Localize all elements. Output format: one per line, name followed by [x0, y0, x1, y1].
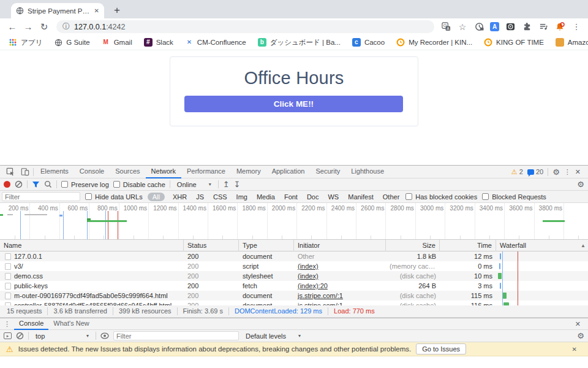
tab-network[interactable]: Network	[146, 166, 181, 178]
bookmark-clock-8[interactable]: KING OF TIME	[484, 38, 544, 47]
extensions-puzzle-icon[interactable]	[521, 21, 532, 33]
cell-initiator[interactable]: (index)	[294, 271, 386, 281]
network-request-row[interactable]: v3/200script(index)(memory cache)0 ms	[0, 261, 588, 271]
network-request-row[interactable]: controller-58876f4d9df5c48565f98d66c945c…	[0, 301, 588, 305]
bookmark-clock-7[interactable]: My Recorder | KIN...	[396, 38, 472, 47]
bookmark-gmail-2[interactable]: MGmail	[102, 38, 132, 47]
hide-data-urls-checkbox[interactable]: Hide data URLs	[85, 193, 143, 201]
click-me-button[interactable]: Click ME!!	[184, 96, 403, 112]
ext-playlist-icon[interactable]	[538, 21, 549, 33]
filter-chip-font[interactable]: Font	[283, 193, 299, 201]
drawer-menu-icon[interactable]: ⋮	[2, 320, 12, 328]
devtools-menu-icon[interactable]: ⋮	[564, 168, 571, 176]
cell-initiator[interactable]: js.stripe.com/:1	[294, 301, 386, 305]
network-request-row[interactable]: 127.0.0.1200documentOther1.8 kB12 ms	[0, 251, 588, 261]
ext-alert-icon[interactable]	[554, 21, 565, 33]
export-har-icon[interactable]: ↧	[234, 180, 241, 189]
drawer-close-icon[interactable]: ✕	[575, 320, 586, 328]
network-filter-input[interactable]	[2, 192, 80, 201]
cell-initiator[interactable]: js.stripe.com/:1	[294, 291, 386, 301]
translate-icon[interactable]: GA	[440, 21, 451, 33]
network-request-row[interactable]: public-keys200fetch(index):20264 B3 ms	[0, 281, 588, 291]
tab-close-icon[interactable]: ✕	[94, 7, 99, 14]
disable-cache-checkbox[interactable]: Disable cache	[113, 181, 165, 188]
filter-chip-all[interactable]: All	[148, 193, 165, 201]
devtools-close-icon[interactable]: ✕	[575, 168, 581, 176]
blocked-requests-checkbox[interactable]: Blocked Requests	[482, 193, 546, 201]
tab-performance[interactable]: Performance	[181, 166, 231, 178]
tab-lighthouse[interactable]: Lighthouse	[345, 166, 390, 178]
network-overview-timeline[interactable]: 200 ms400 ms600 ms800 ms1000 ms1200 ms14…	[0, 203, 588, 240]
filter-chip-xhr[interactable]: XHR	[172, 193, 188, 201]
bookmark-backlog-5[interactable]: bダッシュボード | Ba...	[258, 38, 341, 47]
tab-elements[interactable]: Elements	[35, 166, 74, 178]
tab-sources[interactable]: Sources	[110, 166, 145, 178]
clear-console-icon[interactable]	[16, 332, 24, 340]
tab-console[interactable]: Console	[74, 166, 110, 178]
inspect-element-icon[interactable]	[4, 167, 17, 176]
filter-chip-other[interactable]: Other	[382, 193, 401, 201]
ext-translate-icon[interactable]: A	[490, 22, 499, 31]
cell-initiator[interactable]: (index)	[294, 261, 386, 271]
column-header-name[interactable]: Name	[0, 240, 184, 251]
issues-warning-badge[interactable]: ⚠ 2	[511, 168, 523, 176]
network-request-row[interactable]: demo.css200stylesheet(index)(disk cache)…	[0, 271, 588, 281]
sort-ascending-icon[interactable]: ▲	[581, 240, 586, 251]
issues-close-icon[interactable]: ✕	[572, 346, 582, 353]
new-tab-button[interactable]: +	[114, 5, 120, 15]
network-request-row[interactable]: m-outer-090169779cdf49fad5ab0e59c999f664…	[0, 291, 588, 301]
column-header-time[interactable]: Time	[440, 240, 496, 251]
filter-chip-media[interactable]: Media	[255, 193, 276, 201]
filter-chip-doc[interactable]: Doc	[306, 193, 320, 201]
column-header-size[interactable]: Size	[386, 240, 440, 251]
bookmark-cacoo-6[interactable]: cCacoo	[352, 38, 385, 47]
filter-chip-css[interactable]: CSS	[212, 193, 228, 201]
bookmark-globe-1[interactable]: G Suite	[54, 38, 89, 47]
clear-network-log-icon[interactable]	[15, 180, 23, 188]
throttling-dropdown[interactable]: Online▾	[175, 181, 214, 188]
column-header-type[interactable]: Type	[239, 240, 294, 251]
browser-tab[interactable]: Stripe Payment Page Sample ✕	[11, 3, 104, 18]
back-icon[interactable]: ←	[5, 22, 20, 31]
forward-icon[interactable]: →	[21, 22, 36, 31]
ext-clock-icon[interactable]	[473, 21, 484, 33]
log-levels-dropdown[interactable]: Default levels▾	[243, 332, 303, 340]
bookmark-aws-9[interactable]: Amazon Web Serv...	[556, 38, 588, 47]
live-expression-eye-icon[interactable]	[100, 332, 109, 339]
console-sidebar-icon[interactable]: ▸	[4, 332, 12, 339]
address-bar[interactable]: ⓘ 127.0.0.1:4242	[56, 20, 434, 33]
console-settings-icon[interactable]: ⚙	[577, 331, 584, 340]
tab-security[interactable]: Security	[310, 166, 345, 178]
search-icon[interactable]	[44, 180, 52, 188]
record-network-log-icon[interactable]	[4, 181, 10, 188]
devtools-settings-icon[interactable]: ⚙	[552, 167, 560, 177]
filter-chip-img[interactable]: Img	[235, 193, 249, 201]
reload-icon[interactable]: ↻	[37, 22, 51, 31]
drawer-tab-what-s-new[interactable]: What's New	[48, 318, 94, 330]
device-toolbar-icon[interactable]	[18, 167, 32, 176]
bookmark-confluence-4[interactable]: ✕CM-Confluence	[185, 38, 246, 47]
tab-memory[interactable]: Memory	[231, 166, 266, 178]
has-blocked-cookies-checkbox[interactable]: Has blocked cookies	[405, 193, 477, 201]
filter-funnel-icon[interactable]	[32, 181, 40, 188]
bookmark-slack-3[interactable]: #Slack	[144, 38, 173, 47]
tab-application[interactable]: Application	[266, 166, 311, 178]
ext-video-icon[interactable]	[505, 21, 516, 33]
preserve-log-checkbox[interactable]: Preserve log	[61, 181, 109, 188]
drawer-tab-console[interactable]: Console	[14, 318, 48, 330]
filter-chip-js[interactable]: JS	[195, 193, 205, 201]
bookmark-star-icon[interactable]: ☆	[457, 21, 468, 33]
filter-chip-manifest[interactable]: Manifest	[347, 193, 375, 201]
javascript-context-dropdown[interactable]: top▾	[33, 332, 91, 340]
column-header-status[interactable]: Status	[184, 240, 239, 251]
filter-chip-ws[interactable]: WS	[326, 193, 340, 201]
page-info-icon[interactable]: ⓘ	[62, 21, 70, 32]
console-messages-badge[interactable]: 20	[527, 168, 543, 175]
bookmark-apps-grid-0[interactable]: アプリ	[9, 38, 42, 47]
console-filter-input[interactable]	[113, 331, 239, 340]
import-har-icon[interactable]: ↥	[223, 180, 230, 189]
browser-menu-icon[interactable]: ⋮	[571, 21, 582, 33]
column-header-initiator[interactable]: Initiator	[294, 240, 386, 251]
cell-initiator[interactable]: (index):20	[294, 281, 386, 291]
go-to-issues-button[interactable]: Go to Issues	[416, 343, 466, 355]
